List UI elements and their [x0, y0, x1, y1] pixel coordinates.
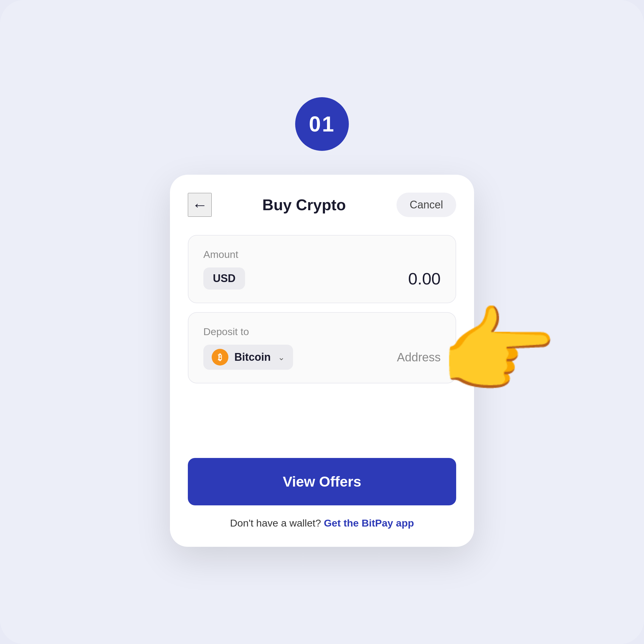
crypto-name: Bitcoin	[234, 351, 271, 363]
wallet-prompt-text: Don't have a wallet? Get the BitPay app	[230, 517, 414, 529]
header: ← Buy Crypto Cancel	[170, 175, 474, 229]
currency-selector[interactable]: USD	[203, 267, 245, 290]
cancel-button[interactable]: Cancel	[397, 193, 456, 217]
step-number: 01	[309, 112, 335, 136]
footer: View Offers Don't have a wallet? Get the…	[170, 458, 474, 529]
content-spacer	[170, 398, 474, 458]
amount-value[interactable]: 0.00	[408, 269, 441, 288]
back-button[interactable]: ←	[188, 193, 212, 217]
chevron-down-icon: ⌄	[278, 352, 285, 362]
view-offers-button[interactable]: View Offers	[188, 458, 456, 505]
amount-card: Amount USD 0.00	[188, 235, 456, 303]
deposit-row: ₿ Bitcoin ⌄ Address	[203, 345, 441, 370]
amount-label: Amount	[203, 249, 441, 260]
phone-container: ← Buy Crypto Cancel Amount USD 0.00 Depo	[170, 175, 474, 547]
amount-row: USD 0.00	[203, 267, 441, 290]
back-arrow-icon: ←	[192, 196, 208, 214]
page-title: Buy Crypto	[262, 196, 346, 214]
step-badge: 01	[295, 97, 349, 151]
phone-card: ← Buy Crypto Cancel Amount USD 0.00 Depo	[170, 175, 474, 547]
page-wrapper: 01 ← Buy Crypto Cancel Amount USD 0.00	[0, 0, 644, 644]
wallet-prompt-static: Don't have a wallet?	[230, 517, 321, 529]
crypto-selector[interactable]: ₿ Bitcoin ⌄	[203, 345, 293, 370]
content-area: Amount USD 0.00 Deposit to ₿ Bit	[170, 229, 474, 398]
deposit-label: Deposit to	[203, 326, 441, 338]
bitcoin-icon: ₿	[212, 349, 228, 366]
get-bitpay-link[interactable]: Get the BitPay app	[324, 517, 414, 529]
address-label[interactable]: Address	[397, 351, 441, 364]
deposit-card: Deposit to ₿ Bitcoin ⌄ Address	[188, 312, 456, 383]
